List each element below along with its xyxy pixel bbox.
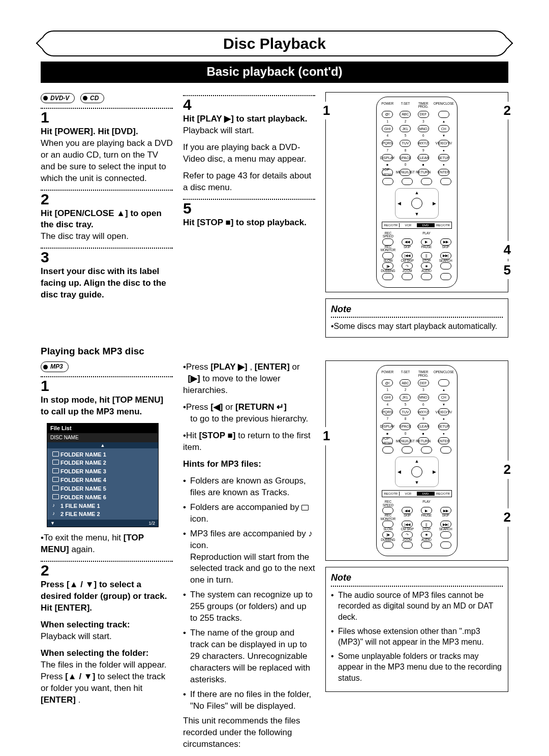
- remote-key: ●: [443, 163, 445, 167]
- remote-key: [440, 262, 451, 269]
- note-m3: Some unplayable folders or tracks may ap…: [331, 651, 503, 684]
- file-list-row: FOLDER NAME 6: [49, 493, 156, 502]
- remote-key: TIMER PROG.: [415, 102, 431, 109]
- step-2-head: Hit [OPEN/CLOSE ▲] to open the disc tray…: [41, 208, 162, 230]
- remote-key: 5: [405, 134, 406, 138]
- file-list-row: FOLDER NAME 5: [49, 485, 156, 493]
- remote-key: TIMER PROG.: [415, 371, 431, 377]
- remote-key: ●: [443, 432, 445, 436]
- step-2: Hit [OPEN/CLOSE ▲] to open the disc tray…: [41, 208, 173, 243]
- remote-key: WXYZ: [418, 140, 429, 147]
- remote-key: ■: [386, 163, 388, 167]
- remote-key: MNO: [418, 394, 429, 401]
- folder-icon: [301, 505, 309, 510]
- remote-key: POWER: [381, 371, 393, 377]
- remote-key: ▼: [442, 134, 445, 138]
- step-1-head: Hit [POWER]. Hit [DVD].: [41, 127, 138, 136]
- remote-key: SETUP: [438, 154, 449, 161]
- rule: [41, 190, 173, 191]
- remote-key: T-SET: [401, 371, 410, 377]
- remote-key: |◀◀: [402, 521, 413, 528]
- remote-key: ||: [421, 521, 432, 528]
- mp3-col-left: MP3 1 In stop mode, hit [TOP MENU] to ca…: [41, 360, 173, 756]
- step-1-num: 1: [41, 110, 173, 125]
- remote-key: PQRS: [382, 408, 393, 415]
- remote-key: TUV: [400, 140, 411, 147]
- mp3-nav-3: •Hit [STOP ■] to return to the first ite…: [183, 430, 315, 453]
- remote-key: 8: [405, 149, 406, 153]
- remote-key: ■: [421, 531, 432, 538]
- step-3-head: Insert your disc with its label facing u…: [41, 266, 173, 301]
- remote-key: [421, 446, 432, 453]
- remote-key: 1: [386, 120, 388, 124]
- remote-key: [382, 273, 393, 280]
- mp3-step-2-num: 2: [41, 563, 173, 578]
- remote-key: DISPLAY: [382, 154, 393, 161]
- remote-key: @!: [382, 111, 393, 118]
- remote-key: [440, 446, 451, 453]
- step-5-num: 5: [183, 201, 315, 216]
- remote-key: |▶: [382, 531, 393, 538]
- step-3-num: 3: [41, 250, 173, 265]
- basic-col-left: DVD-V CD 1 Hit [POWER]. Hit [DVD]. When …: [41, 92, 173, 338]
- remote-key: 1: [386, 388, 388, 392]
- remote-key: [402, 273, 413, 280]
- remote-key: 4: [386, 134, 388, 138]
- remote-key: PQRS: [382, 140, 393, 147]
- remote-body: POWERT-SETTIMER PROG.OPEN/CLOSE@!ABCDEF1…: [376, 97, 458, 288]
- file-list-row: FOLDER NAME 3: [49, 467, 156, 476]
- file-list-row: FOLDER NAME 2: [49, 459, 156, 467]
- remote-key: ◀◀: [402, 507, 413, 514]
- step-1: Hit [POWER]. Hit [DVD]. When you are pla…: [41, 126, 173, 185]
- remote-key: ↷: [402, 262, 413, 269]
- remote-key: ●: [443, 417, 445, 421]
- remote-mode-row: REC/OTRVCRDVDREC/OTR: [382, 490, 452, 497]
- remote-key: 2: [405, 120, 406, 124]
- remote-key: ▲: [442, 388, 445, 392]
- hint-5: The name of the group and track can be d…: [183, 627, 315, 686]
- remote-key: ▶▶|: [440, 521, 451, 528]
- remote-key: TOP MENU: [382, 437, 393, 444]
- file-list-sub: DISC NAME: [47, 433, 158, 442]
- remote-key: ▶: [421, 238, 432, 246]
- remote-key: RETURN: [418, 437, 429, 444]
- remote-mode-row: REC/OTRVCRDVDREC/OTR: [382, 222, 452, 229]
- callout-1: 1: [323, 427, 330, 445]
- remote-key: ◀◀: [402, 238, 413, 246]
- remote-key: 3: [422, 388, 424, 392]
- remote-key: 9: [422, 149, 424, 153]
- rec-intro: This unit recommends the files recorded …: [183, 715, 315, 750]
- remote-key: MENU/LIST: [400, 169, 411, 176]
- remote-key: [421, 178, 432, 185]
- remote-key: OPEN/CLOSE: [434, 371, 454, 377]
- remote-key: 0: [405, 432, 406, 436]
- remote-key: [440, 531, 451, 538]
- note-basic-body: Some discs may start playback automatica…: [334, 322, 498, 330]
- callout-4: 4: [504, 241, 511, 259]
- remote-key: 5: [405, 403, 406, 407]
- rule: [183, 199, 315, 200]
- remote-key: POWER: [381, 102, 393, 109]
- badge-dvdv: DVD-V: [41, 93, 75, 103]
- disc-badges: DVD-V CD: [41, 92, 173, 104]
- remote-key: ↷: [402, 531, 413, 538]
- remote-key: [382, 521, 393, 528]
- sel-folder: When selecting the folder: The files in …: [41, 648, 173, 706]
- remote-key: CH: [438, 125, 449, 132]
- file-list-page: 1/2: [148, 520, 155, 526]
- remote-illustration-1: 1 2 4 5 POWERT-SETTIMER PROG.OPEN/CLOSE@…: [325, 92, 508, 292]
- hint-2: Folders are accompanied by icon.: [183, 502, 315, 525]
- remote-key: [382, 252, 393, 259]
- mp3-heading: Playing back MP3 disc: [41, 345, 508, 358]
- note-title: Note: [331, 571, 503, 584]
- remote-key: [438, 111, 449, 118]
- remote-key: GHI: [382, 394, 393, 401]
- remote-key: ▶▶: [440, 507, 451, 514]
- mp3-col-mid: •Press [PLAY ▶] , [ENTER] or [▶] to move…: [183, 360, 315, 756]
- remote-body: POWERT-SETTIMER PROG.OPEN/CLOSE@!ABCDEF1…: [376, 365, 458, 556]
- mp3-step-2-head: Press [▲ / ▼] to select a desired folder…: [41, 579, 173, 614]
- callout-5: 5: [504, 261, 511, 279]
- file-list-title: File List: [47, 424, 158, 433]
- remote-key: TUV: [400, 408, 411, 415]
- mp3-step-1-head: In stop mode, hit [TOP MENU] to call up …: [41, 395, 173, 418]
